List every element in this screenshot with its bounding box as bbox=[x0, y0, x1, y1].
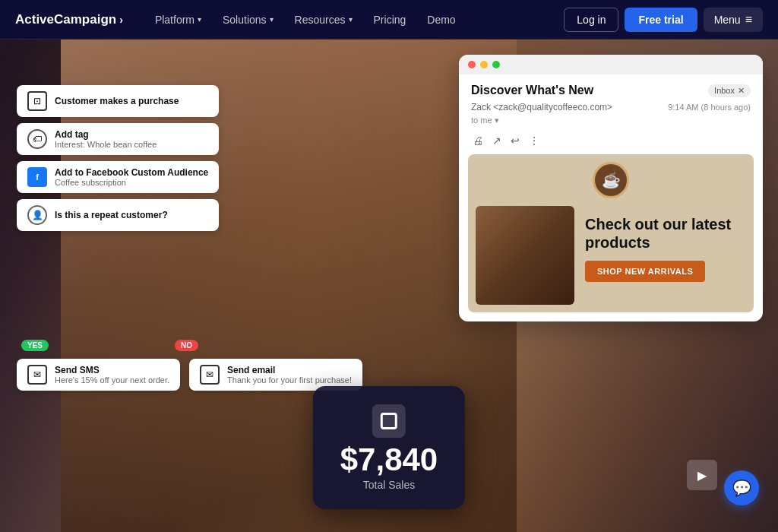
navbar: ActiveCampaign › Platform ▾ Solutions ▾ … bbox=[0, 0, 778, 40]
sms-sub: Here's 15% off your next order. bbox=[55, 375, 169, 385]
nav-item-pricing[interactable]: Pricing bbox=[365, 9, 416, 30]
facebook-icon: f bbox=[27, 167, 47, 187]
purchase-icon: ⊡ bbox=[27, 91, 47, 111]
repeat-title: Is this a repeat customer? bbox=[55, 210, 168, 220]
email-header: Discover What's New Inbox ✕ Zack <zack@q… bbox=[459, 74, 763, 154]
tag-title: Add tag bbox=[55, 129, 157, 140]
email-titlebar bbox=[459, 55, 763, 74]
email-actions-row: 🖨 ↗ ↩ ⋮ bbox=[471, 133, 751, 154]
promo-image bbox=[476, 206, 574, 305]
print-button[interactable]: 🖨 bbox=[471, 133, 485, 148]
nav-item-solutions[interactable]: Solutions ▾ bbox=[213, 9, 283, 30]
sms-icon: ✉ bbox=[27, 365, 47, 385]
nav-pricing-label: Pricing bbox=[374, 14, 406, 26]
sales-panel: $7,840 Total Sales bbox=[313, 386, 465, 509]
email-from: Zack <zack@qualitycoffeeco.com> bbox=[471, 102, 612, 112]
automation-card-purchase: ⊡ Customer makes a purchase bbox=[17, 85, 219, 117]
inbox-badge: Inbox ✕ bbox=[708, 84, 751, 97]
window-close-dot bbox=[468, 61, 476, 68]
email-from-row: Zack <zack@qualitycoffeeco.com> 9:14 AM … bbox=[471, 102, 751, 112]
chevron-down-icon: ▾ bbox=[349, 15, 353, 24]
nav-item-resources[interactable]: Resources ▾ bbox=[286, 9, 362, 30]
email-panel: Discover What's New Inbox ✕ Zack <zack@q… bbox=[459, 55, 763, 321]
sales-icon bbox=[372, 404, 406, 438]
automation-card-facebook: f Add to Facebook Custom Audience Coffee… bbox=[17, 161, 219, 193]
menu-button[interactable]: Menu ≡ bbox=[704, 8, 763, 32]
person-icon: 👤 bbox=[27, 205, 47, 225]
inbox-label: Inbox bbox=[714, 86, 735, 95]
logo-text: ActiveCampaign bbox=[15, 12, 116, 27]
more-options-button[interactable]: ⋮ bbox=[527, 133, 541, 148]
nav-actions: Log in Free trial Menu ≡ bbox=[564, 8, 763, 32]
promo-top: ☕ bbox=[468, 154, 754, 206]
automation-card-repeat: 👤 Is this a repeat customer? bbox=[17, 199, 219, 231]
email-subject-row: Discover What's New Inbox ✕ bbox=[471, 84, 751, 97]
nav-solutions-label: Solutions bbox=[223, 14, 267, 26]
promo-body: Check out our latest products SHOP NEW A… bbox=[468, 206, 754, 312]
nav-links: Platform ▾ Solutions ▾ Resources ▾ Prici… bbox=[146, 9, 564, 30]
window-minimize-dot bbox=[480, 61, 488, 68]
close-icon[interactable]: ✕ bbox=[738, 86, 745, 96]
email-to: to me ▾ bbox=[471, 116, 751, 125]
square-icon bbox=[381, 413, 397, 429]
no-badge: NO bbox=[175, 340, 198, 351]
nav-item-demo[interactable]: Demo bbox=[418, 9, 464, 30]
purchase-title: Customer makes a purchase bbox=[55, 96, 179, 106]
email-title: Send email bbox=[227, 365, 352, 375]
email-send-icon: ✉ bbox=[200, 365, 220, 385]
automation-card-tag: 🏷 Add tag Interest: Whole bean coffee bbox=[17, 123, 219, 155]
promo-title: Check out our latest products bbox=[585, 215, 743, 252]
automation-card-sms: ✉ Send SMS Here's 15% off your next orde… bbox=[17, 359, 180, 391]
nav-resources-label: Resources bbox=[295, 14, 346, 26]
tag-sub: Interest: Whole bean coffee bbox=[55, 140, 157, 149]
nav-demo-label: Demo bbox=[427, 14, 455, 26]
chevron-down-icon: ▾ bbox=[198, 15, 201, 24]
chat-icon: 💬 bbox=[732, 479, 751, 497]
menu-label: Menu bbox=[714, 14, 741, 26]
email-sub: Thank you for your first purchase! bbox=[227, 375, 352, 385]
sales-amount: $7,840 bbox=[340, 444, 438, 476]
reply-button[interactable]: ↩ bbox=[509, 133, 521, 148]
nav-platform-label: Platform bbox=[155, 14, 194, 26]
email-subject: Discover What's New bbox=[471, 84, 593, 97]
hamburger-icon: ≡ bbox=[745, 13, 752, 27]
bottom-automation-cards: ✉ Send SMS Here's 15% off your next orde… bbox=[17, 359, 362, 391]
nav-item-platform[interactable]: Platform ▾ bbox=[146, 9, 210, 30]
automation-panel: ⊡ Customer makes a purchase 🏷 Add tag In… bbox=[17, 85, 219, 231]
shop-new-arrivals-button[interactable]: SHOP NEW ARRIVALS bbox=[585, 261, 705, 282]
open-external-button[interactable]: ↗ bbox=[491, 133, 503, 148]
sales-label: Total Sales bbox=[340, 479, 438, 491]
fb-title: Add to Facebook Custom Audience bbox=[55, 167, 208, 178]
yes-badge: YES bbox=[21, 340, 49, 351]
coffee-badge-icon: ☕ bbox=[593, 162, 629, 198]
fb-sub: Coffee subscription bbox=[55, 178, 208, 187]
chevron-down-icon: ▾ bbox=[270, 15, 274, 24]
play-button[interactable]: ▶ bbox=[687, 460, 717, 490]
login-button[interactable]: Log in bbox=[564, 8, 618, 32]
logo[interactable]: ActiveCampaign › bbox=[15, 12, 123, 27]
tag-icon: 🏷 bbox=[27, 129, 47, 149]
email-time: 9:14 AM (8 hours ago) bbox=[668, 103, 751, 112]
sms-title: Send SMS bbox=[55, 365, 169, 375]
window-maximize-dot bbox=[492, 61, 500, 68]
chat-button[interactable]: 💬 bbox=[724, 470, 759, 505]
promo-text: Check out our latest products SHOP NEW A… bbox=[574, 206, 754, 312]
play-icon: ▶ bbox=[697, 468, 707, 483]
hero-section: ⊡ Customer makes a purchase 🏷 Add tag In… bbox=[0, 40, 778, 532]
logo-arrow: › bbox=[119, 14, 123, 26]
email-promo-content: ☕ Check out our latest products SHOP NEW… bbox=[468, 154, 754, 312]
free-trial-button[interactable]: Free trial bbox=[625, 8, 697, 32]
